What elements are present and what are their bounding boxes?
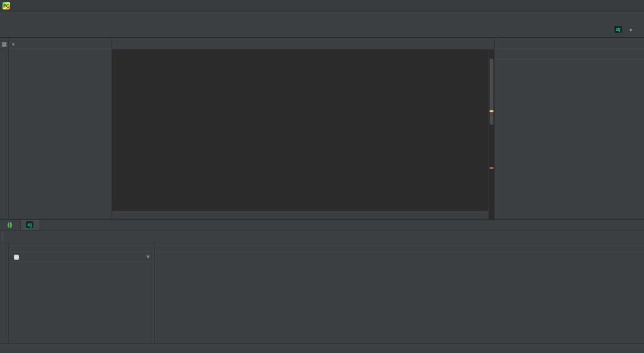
editor-area xyxy=(112,38,494,219)
statusbar xyxy=(0,343,644,353)
chevron-down-icon: ▼ xyxy=(146,254,151,260)
thread-icon xyxy=(13,253,21,261)
pycharm-window: PC ▾ ▦ ▾ xyxy=(0,0,644,353)
variables-panel xyxy=(155,243,644,343)
variables-list xyxy=(155,252,644,343)
database-toolbar xyxy=(495,49,644,59)
frames-list xyxy=(9,262,154,343)
editor-tabs xyxy=(112,38,494,50)
database-panel xyxy=(494,38,644,219)
navbar: ▾ xyxy=(0,22,644,38)
code-editor[interactable] xyxy=(112,50,494,219)
project-tool-icon[interactable]: ▦ xyxy=(0,41,8,47)
debug-panel-header xyxy=(0,220,644,231)
left-toolwindow-bar: ▦ xyxy=(0,38,9,219)
debug-icon xyxy=(6,221,14,229)
scrollbar-mark xyxy=(490,167,493,169)
debug-panel-title[interactable] xyxy=(3,221,20,229)
menubar xyxy=(0,11,644,22)
debug-control-bar xyxy=(0,243,9,343)
debug-body: ▼ xyxy=(0,243,644,343)
project-tree xyxy=(9,49,112,219)
run-config-selector[interactable]: ▾ xyxy=(614,26,634,33)
project-panel-header[interactable]: ▾ xyxy=(9,38,112,49)
debug-toolbar xyxy=(0,231,644,243)
frames-title xyxy=(9,243,154,252)
editor-context-bar xyxy=(112,211,488,219)
django-icon xyxy=(25,221,33,229)
project-panel: ▾ xyxy=(9,38,112,219)
titlebar[interactable]: PC xyxy=(0,0,644,11)
frames-panel: ▼ xyxy=(9,243,155,343)
variables-title xyxy=(155,243,644,252)
debug-panel: ▼ xyxy=(0,219,644,343)
chevron-down-icon: ▾ xyxy=(628,27,634,33)
scrollbar-mark xyxy=(490,110,493,112)
scrollbar-thumb[interactable] xyxy=(490,59,493,125)
database-panel-header[interactable] xyxy=(495,38,644,49)
debug-session-tab[interactable] xyxy=(20,220,40,230)
django-icon xyxy=(614,26,622,33)
editor-scrollbar[interactable] xyxy=(488,50,494,219)
database-tree xyxy=(495,59,644,219)
main-area: ▦ ▾ xyxy=(0,38,644,219)
pycharm-logo-icon: PC xyxy=(3,2,10,9)
thread-selector[interactable]: ▼ xyxy=(9,252,154,262)
